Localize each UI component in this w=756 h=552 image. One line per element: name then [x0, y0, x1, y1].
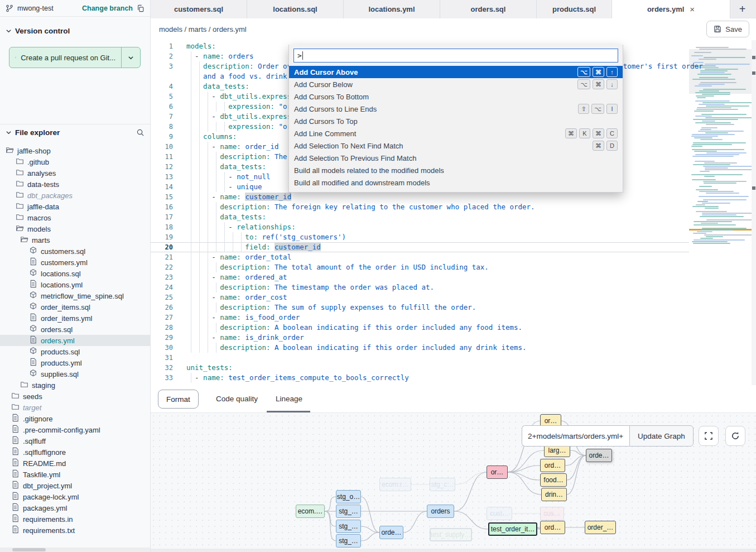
file-item[interactable]: requirements.txt — [0, 525, 150, 536]
code-line[interactable]: 23 - name: ordered_at — [151, 272, 689, 282]
lineage-node[interactable]: or… — [487, 465, 508, 479]
editor-tab[interactable]: products.sql — [537, 0, 612, 18]
palette-item[interactable]: Add Cursor Above⌥⌘↑ — [289, 66, 623, 78]
fullscreen-button[interactable] — [699, 426, 719, 446]
lineage-node[interactable]: test_supply… — [430, 528, 472, 541]
code-line[interactable]: 20 field: customer_id — [151, 242, 689, 252]
code-line[interactable]: 31 — [151, 353, 689, 363]
lineage-node[interactable]: orders — [427, 505, 454, 518]
change-branch-link[interactable]: Change branch — [82, 4, 133, 12]
file-item[interactable]: order_items.yml — [0, 313, 150, 324]
refresh-button[interactable] — [725, 426, 745, 446]
file-item[interactable]: .sqlfluffignore — [0, 447, 150, 458]
code-line[interactable]: 22 description: The total amount of the … — [151, 262, 689, 272]
folder-item[interactable]: analyses — [0, 167, 150, 179]
editor-tab[interactable]: locations.sql — [247, 0, 344, 18]
update-graph-button[interactable]: Update Graph — [629, 425, 694, 447]
lineage-node[interactable]: drin… — [541, 488, 567, 501]
lineage-node[interactable]: stg_o… — [336, 490, 361, 503]
minimap[interactable] — [689, 45, 752, 268]
version-control-header[interactable]: Version control — [0, 22, 150, 39]
lineage-node[interactable]: order_… — [585, 521, 616, 534]
folder-item[interactable]: dbt_packages — [0, 190, 150, 201]
code-line[interactable]: 15 - name: customer_id — [151, 192, 689, 202]
code-line[interactable]: 28 description: A boolean indicating if … — [151, 323, 689, 333]
file-item[interactable]: locations.sql — [0, 268, 150, 279]
code-line[interactable]: 32unit_tests: — [151, 363, 689, 373]
folder-item[interactable]: staging — [0, 380, 150, 391]
lineage-node[interactable]: ecom.… — [296, 505, 325, 518]
create-pr-dropdown[interactable] — [121, 47, 140, 68]
tab-lineage[interactable]: Lineage — [276, 385, 302, 412]
file-item[interactable]: packages.yml — [0, 502, 150, 513]
editor-tab[interactable]: locations.yml — [344, 0, 440, 18]
command-palette-input[interactable]: > — [293, 49, 618, 63]
folder-item[interactable]: seeds — [0, 391, 150, 402]
folder-item[interactable]: macros — [0, 212, 150, 223]
file-item[interactable]: README.md — [0, 458, 150, 469]
palette-item[interactable]: Add Cursor Below⌥⌘↓ — [289, 78, 623, 90]
editor-scrollbar[interactable] — [752, 40, 756, 385]
palette-item[interactable]: Add Cursors To Top — [289, 115, 623, 127]
folder-item[interactable]: jaffle-data — [0, 201, 150, 212]
editor-tab[interactable]: orders.yml× — [612, 0, 730, 18]
file-item[interactable]: .pre-commit-config.yaml — [0, 424, 150, 435]
folder-item[interactable]: marts — [0, 234, 150, 246]
code-line[interactable]: 21 - name: order_total — [151, 252, 689, 262]
code-line[interactable]: 16 description: The foreign key relating… — [151, 202, 689, 212]
editor-tab[interactable]: orders.sql — [440, 0, 537, 18]
palette-item[interactable]: Build all models related to the modified… — [289, 164, 623, 176]
palette-item[interactable]: Add Selection To Next Find Match⌘D — [289, 140, 623, 152]
code-line[interactable]: 27 - name: is_food_order — [151, 313, 689, 323]
sidebar-scrollbar[interactable] — [0, 548, 150, 552]
lineage-node[interactable]: stg_c… — [430, 478, 455, 491]
new-tab-button[interactable]: + — [730, 0, 754, 18]
lineage-node[interactable]: ord… — [540, 521, 565, 534]
lineage-filter-input[interactable]: 2+models/marts/orders.yml+ — [522, 425, 629, 447]
lineage-node[interactable]: cust… — [487, 507, 512, 520]
lineage-scrollbar[interactable] — [151, 549, 756, 552]
code-line[interactable]: 30 description: A boolean indicating if … — [151, 343, 689, 353]
create-pr-button[interactable]: Create a pull request on Git... — [9, 47, 141, 68]
file-item[interactable]: orders.yml — [0, 335, 150, 346]
file-item[interactable]: package-lock.yml — [0, 491, 150, 502]
palette-item[interactable]: Build all modified and downstream models — [289, 176, 623, 189]
file-item[interactable]: products.yml — [0, 357, 150, 368]
save-button[interactable]: Save — [706, 21, 749, 37]
file-item[interactable]: dbt_project.yml — [0, 480, 150, 491]
code-line[interactable]: 29 - name: is_drink_order — [151, 333, 689, 343]
palette-item[interactable]: Add Selection To Previous Find Match — [289, 152, 623, 164]
folder-item[interactable]: models — [0, 223, 150, 234]
folder-item[interactable]: data-tests — [0, 179, 150, 190]
copy-icon[interactable] — [137, 4, 145, 12]
palette-item[interactable]: Add Cursors to Line Ends⇧⌥I — [289, 103, 623, 115]
folder-item[interactable]: .github — [0, 156, 150, 167]
close-icon[interactable]: × — [690, 4, 695, 14]
tab-code-quality[interactable]: Code quality — [216, 385, 258, 412]
code-line[interactable]: 26 description: The sum of supply expens… — [151, 303, 689, 313]
code-line[interactable]: 24 description: The timestamp the order … — [151, 282, 689, 292]
file-item[interactable]: locations.yml — [0, 279, 150, 290]
lineage-node[interactable]: food… — [540, 473, 567, 487]
file-item[interactable]: supplies.sql — [0, 368, 150, 380]
lineage-node[interactable]: orde… — [586, 449, 612, 462]
file-item[interactable]: order_items.sql — [0, 301, 150, 313]
code-line[interactable]: 17 data_tests: — [151, 212, 689, 222]
palette-item[interactable]: Add Cursors To Bottom — [289, 90, 623, 103]
lineage-node[interactable]: stg_… — [336, 505, 361, 518]
lineage-node[interactable]: orde… — [379, 526, 403, 539]
file-item[interactable]: .gitignore — [0, 413, 150, 424]
file-item[interactable]: requirements.in — [0, 513, 150, 525]
palette-item[interactable]: Add Line Comment⌘K⌘C — [289, 127, 623, 140]
file-explorer-header[interactable]: File explorer — [0, 124, 150, 141]
code-line[interactable]: 33 - name: test_order_items_compute_to_b… — [151, 373, 689, 383]
lineage-node[interactable]: ord… — [540, 459, 565, 472]
file-item[interactable]: products.sql — [0, 346, 150, 357]
folder-item[interactable]: jaffle-shop — [0, 145, 150, 156]
file-item[interactable]: orders.sql — [0, 324, 150, 335]
file-item[interactable]: metricflow_time_spine.sql — [0, 290, 150, 301]
lineage-node[interactable]: ecom.r… — [379, 478, 411, 491]
lineage-node[interactable]: stg_… — [336, 520, 361, 533]
file-item[interactable]: customers.sql — [0, 246, 150, 257]
lineage-node[interactable]: stg_… — [336, 534, 361, 548]
